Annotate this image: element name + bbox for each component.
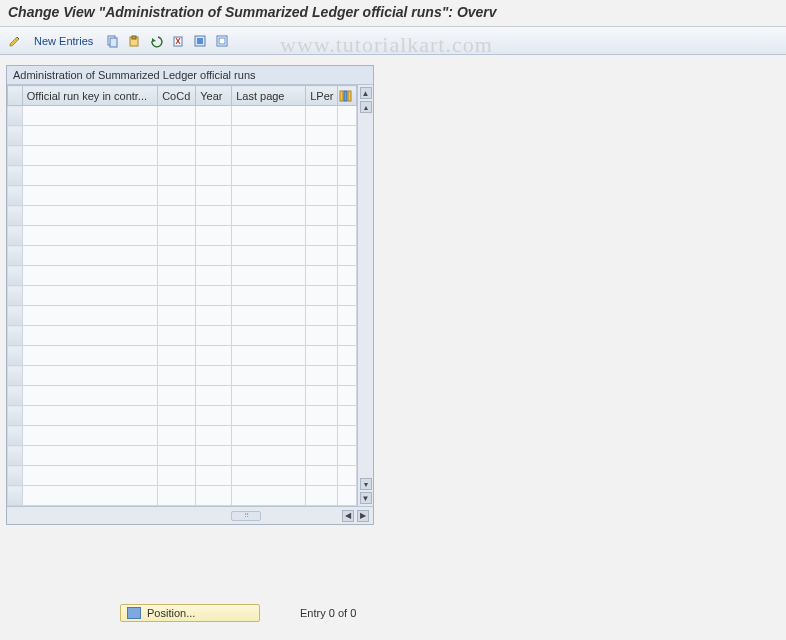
cell[interactable] xyxy=(196,406,232,426)
row-selector[interactable] xyxy=(8,386,23,406)
col-lper[interactable]: LPer xyxy=(306,86,338,106)
cell[interactable] xyxy=(196,106,232,126)
cell[interactable] xyxy=(337,186,356,206)
scroll-up-step-icon[interactable]: ▴ xyxy=(360,101,372,113)
cell[interactable] xyxy=(22,446,157,466)
row-selector[interactable] xyxy=(8,366,23,386)
cell[interactable] xyxy=(306,126,338,146)
cell[interactable] xyxy=(158,286,196,306)
row-selector[interactable] xyxy=(8,106,23,126)
col-last-page[interactable]: Last page xyxy=(232,86,306,106)
data-grid[interactable]: Official run key in contr... CoCd Year L… xyxy=(7,85,357,506)
row-selector-header[interactable] xyxy=(8,86,23,106)
vertical-scrollbar[interactable]: ▲ ▴ ▾ ▼ xyxy=(357,85,373,506)
table-row[interactable] xyxy=(8,266,357,286)
cell[interactable] xyxy=(306,266,338,286)
table-row[interactable] xyxy=(8,306,357,326)
cell[interactable] xyxy=(306,186,338,206)
cell[interactable] xyxy=(158,226,196,246)
cell[interactable] xyxy=(232,366,306,386)
cell[interactable] xyxy=(306,306,338,326)
cell[interactable] xyxy=(306,386,338,406)
cell[interactable] xyxy=(196,466,232,486)
cell[interactable] xyxy=(158,146,196,166)
copy-icon[interactable] xyxy=(103,32,121,50)
cell[interactable] xyxy=(196,486,232,506)
cell[interactable] xyxy=(158,406,196,426)
scroll-down-icon[interactable]: ▼ xyxy=(360,492,372,504)
table-row[interactable] xyxy=(8,326,357,346)
table-row[interactable] xyxy=(8,126,357,146)
cell[interactable] xyxy=(196,246,232,266)
cell[interactable] xyxy=(232,206,306,226)
cell[interactable] xyxy=(196,206,232,226)
cell[interactable] xyxy=(158,266,196,286)
cell[interactable] xyxy=(196,146,232,166)
cell[interactable] xyxy=(337,446,356,466)
cell[interactable] xyxy=(337,466,356,486)
cell[interactable] xyxy=(158,326,196,346)
pencil-icon[interactable] xyxy=(6,32,24,50)
table-row[interactable] xyxy=(8,366,357,386)
table-row[interactable] xyxy=(8,106,357,126)
cell[interactable] xyxy=(22,306,157,326)
cell[interactable] xyxy=(158,366,196,386)
cell[interactable] xyxy=(22,226,157,246)
cell[interactable] xyxy=(158,166,196,186)
cell[interactable] xyxy=(306,226,338,246)
cell[interactable] xyxy=(337,246,356,266)
cell[interactable] xyxy=(196,266,232,286)
row-selector[interactable] xyxy=(8,146,23,166)
cell[interactable] xyxy=(158,186,196,206)
cell[interactable] xyxy=(337,366,356,386)
cell[interactable] xyxy=(196,226,232,246)
cell[interactable] xyxy=(306,486,338,506)
table-row[interactable] xyxy=(8,206,357,226)
cell[interactable] xyxy=(232,326,306,346)
cell[interactable] xyxy=(306,166,338,186)
table-row[interactable] xyxy=(8,346,357,366)
cell[interactable] xyxy=(22,466,157,486)
col-year[interactable]: Year xyxy=(196,86,232,106)
cell[interactable] xyxy=(22,266,157,286)
cell[interactable] xyxy=(306,206,338,226)
cell[interactable] xyxy=(337,106,356,126)
row-selector[interactable] xyxy=(8,326,23,346)
table-row[interactable] xyxy=(8,386,357,406)
cell[interactable] xyxy=(158,426,196,446)
cell[interactable] xyxy=(196,286,232,306)
column-settings-icon[interactable] xyxy=(337,86,356,106)
row-selector[interactable] xyxy=(8,126,23,146)
delete-icon[interactable] xyxy=(169,32,187,50)
cell[interactable] xyxy=(22,246,157,266)
cell[interactable] xyxy=(306,426,338,446)
cell[interactable] xyxy=(306,106,338,126)
cell[interactable] xyxy=(306,466,338,486)
scroll-drag-handle[interactable]: ⠿ xyxy=(231,511,261,521)
cell[interactable] xyxy=(158,386,196,406)
cell[interactable] xyxy=(337,486,356,506)
position-button[interactable]: Position... xyxy=(120,604,260,622)
cell[interactable] xyxy=(232,246,306,266)
cell[interactable] xyxy=(232,486,306,506)
row-selector[interactable] xyxy=(8,446,23,466)
cell[interactable] xyxy=(306,346,338,366)
cell[interactable] xyxy=(158,346,196,366)
cell[interactable] xyxy=(158,446,196,466)
cell[interactable] xyxy=(306,286,338,306)
cell[interactable] xyxy=(196,346,232,366)
cell[interactable] xyxy=(232,306,306,326)
cell[interactable] xyxy=(196,326,232,346)
cell[interactable] xyxy=(232,286,306,306)
cell[interactable] xyxy=(232,346,306,366)
cell[interactable] xyxy=(22,206,157,226)
new-entries-button[interactable]: New Entries xyxy=(28,33,99,49)
row-selector[interactable] xyxy=(8,426,23,446)
cell[interactable] xyxy=(337,226,356,246)
row-selector[interactable] xyxy=(8,206,23,226)
cell[interactable] xyxy=(232,166,306,186)
cell[interactable] xyxy=(196,126,232,146)
cell[interactable] xyxy=(158,306,196,326)
cell[interactable] xyxy=(232,426,306,446)
cell[interactable] xyxy=(158,486,196,506)
